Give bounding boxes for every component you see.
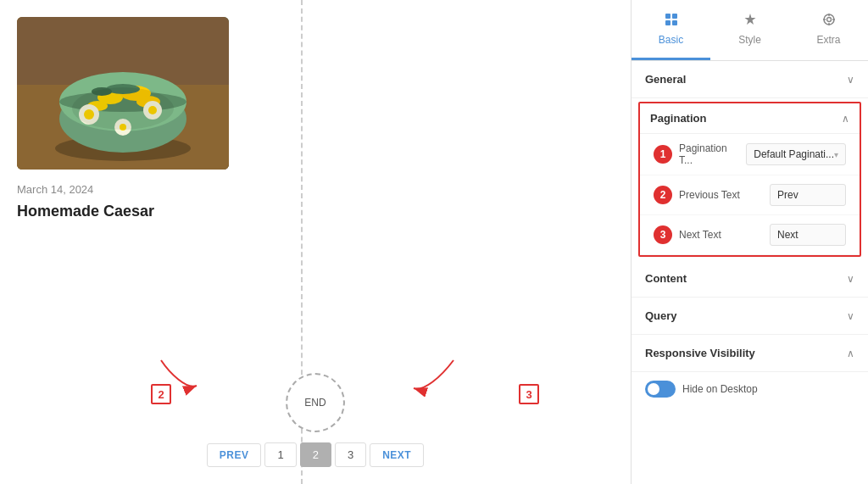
dropdown-arrow-icon: ▾ — [834, 150, 838, 159]
tab-extra[interactable]: Extra — [789, 0, 868, 60]
tabs-container: Basic Style Extra — [632, 0, 868, 61]
pagination-chevron: ∧ — [842, 113, 849, 125]
next-text-row: 3 Next Text Next — [640, 215, 860, 255]
content-title: Content — [645, 272, 687, 285]
content-section-header[interactable]: Content ∨ — [632, 260, 868, 298]
responsive-visibility-chevron: ∧ — [847, 348, 854, 359]
content-area: March 14, 2024 Homemade Caesar END PREV … — [0, 0, 631, 484]
general-chevron: ∨ — [847, 74, 854, 86]
svg-point-18 — [72, 87, 174, 130]
prev-button[interactable]: PREV — [207, 443, 262, 467]
style-icon — [743, 12, 758, 31]
post-title: Homemade Caesar — [17, 203, 614, 220]
extra-icon — [821, 12, 837, 31]
post-date: March 14, 2024 — [17, 183, 614, 196]
pagination-area: END PREV 1 2 3 NEXT — [42, 373, 588, 467]
next-text-input[interactable]: Next — [770, 224, 846, 246]
pagination-type-row: 1 Pagination T... Default Paginati... ▾ — [640, 134, 860, 175]
row-number-3: 3 — [654, 225, 672, 244]
svg-rect-22 — [672, 14, 677, 19]
next-text-label: Next Text — [679, 229, 763, 241]
query-chevron: ∨ — [847, 310, 854, 322]
page-1-button[interactable]: 1 — [264, 442, 296, 467]
tab-basic-label: Basic — [659, 34, 683, 46]
previous-text-input[interactable]: Prev — [770, 184, 846, 206]
responsive-visibility-header[interactable]: Responsive Visibility ∧ — [632, 335, 868, 372]
content-chevron: ∨ — [847, 273, 854, 285]
pagination-section-header[interactable]: Pagination ∧ — [640, 103, 860, 134]
pagination-title: Pagination — [650, 112, 706, 125]
tab-style-label: Style — [738, 34, 761, 46]
pagination-type-value: Default Paginati... — [754, 148, 834, 160]
pagination-type-dropdown[interactable]: Default Paginati... ▾ — [746, 143, 846, 165]
pagination-type-label: Pagination T... — [679, 142, 739, 166]
tab-extra-label: Extra — [816, 34, 840, 46]
hide-desktop-label: Hide on Desktop — [682, 383, 758, 395]
page-3-button[interactable]: 3 — [335, 442, 366, 467]
basic-icon — [664, 12, 679, 31]
query-section-header[interactable]: Query ∨ — [632, 298, 868, 335]
svg-rect-23 — [665, 20, 670, 25]
pagination-controls: PREV 1 2 3 NEXT — [207, 442, 424, 467]
hide-desktop-row: Hide on Desktop — [632, 372, 868, 406]
previous-text-label: Previous Text — [679, 189, 763, 201]
svg-rect-21 — [665, 14, 670, 19]
general-section-header[interactable]: General ∨ — [632, 61, 868, 98]
tab-style[interactable]: Style — [710, 0, 789, 60]
page-2-button[interactable]: 2 — [300, 442, 331, 467]
query-title: Query — [645, 309, 677, 322]
svg-point-26 — [826, 18, 831, 22]
general-title: General — [645, 73, 686, 86]
right-panel: Basic Style Extra — [631, 0, 868, 484]
previous-text-row: 2 Previous Text Prev — [640, 175, 860, 215]
next-button[interactable]: NEXT — [370, 443, 424, 467]
post-image — [17, 17, 229, 170]
end-circle: END — [286, 373, 345, 432]
tab-basic[interactable]: Basic — [632, 0, 710, 60]
pagination-section: Pagination ∧ 1 Pagination T... Default P… — [638, 102, 861, 257]
svg-rect-24 — [672, 20, 677, 25]
row-number-2: 2 — [654, 186, 672, 204]
hide-desktop-toggle[interactable] — [645, 381, 676, 398]
row-number-1: 1 — [654, 145, 672, 164]
responsive-visibility-title: Responsive Visibility — [645, 347, 755, 359]
